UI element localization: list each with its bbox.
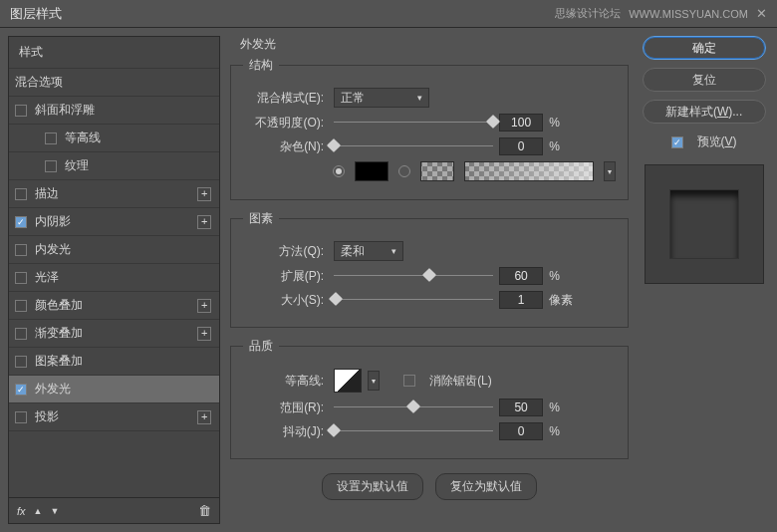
size-input[interactable]: 1 <box>499 291 543 309</box>
layer-style-dialog: 图层样式 思缘设计论坛 WWW.MISSYUAN.COM ✕ 样式 混合选项 斜… <box>0 0 777 532</box>
antialias-checkbox[interactable] <box>403 375 415 387</box>
effect-checkbox[interactable] <box>15 216 27 228</box>
quality-group: 品质 等高线: ▾ 消除锯齿(L) 范围(R): 50 % 抖动(J): <box>230 338 629 459</box>
effect-checkbox[interactable] <box>45 160 57 172</box>
watermark-url: WWW.MISSYUAN.COM <box>629 8 748 20</box>
noise-input[interactable]: 0 <box>499 137 543 155</box>
spread-input[interactable]: 60 <box>499 267 543 285</box>
reset-default-button[interactable]: 复位为默认值 <box>435 473 537 500</box>
preview-checkbox[interactable] <box>671 136 683 148</box>
titlebar-right: 思缘设计论坛 WWW.MISSYUAN.COM ✕ <box>555 6 767 21</box>
sidebar-item-0[interactable]: 斜面和浮雕 <box>9 97 219 125</box>
blend-options[interactable]: 混合选项 <box>9 69 219 97</box>
default-buttons: 设置为默认值 复位为默认值 <box>230 473 629 500</box>
color-radio[interactable] <box>333 165 345 177</box>
effect-checkbox[interactable] <box>15 300 27 312</box>
preview-toggle[interactable]: 预览(V) <box>671 133 737 150</box>
effect-label: 光泽 <box>35 269 59 286</box>
opacity-label: 不透明度(O): <box>243 115 328 132</box>
effect-label: 外发光 <box>35 381 71 398</box>
make-default-button[interactable]: 设置为默认值 <box>322 473 423 500</box>
blend-mode-select[interactable]: 正常 ▾ <box>334 88 429 108</box>
sidebar-item-5[interactable]: 内发光 <box>9 236 219 264</box>
add-effect-icon[interactable]: + <box>197 327 211 341</box>
styles-list: 样式 混合选项 斜面和浮雕等高线纹理描边+内阴影+内发光光泽颜色叠加+渐变叠加+… <box>8 36 220 498</box>
noise-slider[interactable] <box>334 137 493 155</box>
sidebar-item-10[interactable]: 外发光 <box>9 376 219 403</box>
move-down-icon[interactable]: ▼ <box>50 506 59 516</box>
fx-menu[interactable]: fx <box>17 505 26 517</box>
reset-button[interactable]: 复位 <box>643 68 766 92</box>
effect-label: 描边 <box>35 185 59 202</box>
contour-thumbnail[interactable] <box>334 369 362 393</box>
sidebar-item-11[interactable]: 投影+ <box>9 403 219 431</box>
effect-checkbox[interactable] <box>15 356 27 368</box>
contour-picker-icon[interactable]: ▾ <box>368 371 380 391</box>
opacity-input[interactable]: 100 <box>499 114 543 132</box>
effect-title: 外发光 <box>240 36 629 53</box>
sidebar-item-7[interactable]: 颜色叠加+ <box>9 292 219 320</box>
right-panel: 确定 复位 新建样式(W)... 预览(V) <box>639 36 769 524</box>
jitter-slider[interactable] <box>334 422 493 440</box>
effect-label: 内发光 <box>35 241 71 258</box>
effect-checkbox[interactable] <box>15 105 27 117</box>
new-style-button[interactable]: 新建样式(W)... <box>643 100 766 124</box>
sidebar-item-8[interactable]: 渐变叠加+ <box>9 320 219 348</box>
spread-unit: % <box>549 269 577 283</box>
technique-label: 方法(Q): <box>243 243 328 260</box>
technique-select[interactable]: 柔和 ▾ <box>334 241 403 261</box>
add-effect-icon[interactable]: + <box>197 215 211 229</box>
size-unit: 像素 <box>549 292 577 309</box>
add-effect-icon[interactable]: + <box>197 187 211 201</box>
close-icon[interactable]: ✕ <box>756 6 767 21</box>
effect-label: 等高线 <box>65 130 101 146</box>
structure-legend: 结构 <box>243 57 279 74</box>
color-swatch[interactable] <box>355 161 388 181</box>
add-effect-icon[interactable]: + <box>197 410 211 424</box>
spread-label: 扩展(P): <box>243 268 328 285</box>
structure-group: 结构 混合模式(E): 正常 ▾ 不透明度(O): 100 % 杂色(N): <box>230 57 629 200</box>
range-label: 范围(R): <box>243 399 328 416</box>
noise-unit: % <box>549 139 577 153</box>
opacity-slider[interactable] <box>334 114 493 132</box>
size-label: 大小(S): <box>243 292 328 309</box>
range-unit: % <box>549 400 577 414</box>
range-slider[interactable] <box>334 399 493 416</box>
sidebar-item-2[interactable]: 纹理 <box>9 152 219 180</box>
effect-label: 内阴影 <box>35 213 71 230</box>
effect-checkbox[interactable] <box>15 328 27 340</box>
trash-icon[interactable]: 🗑 <box>198 503 211 518</box>
effect-checkbox[interactable] <box>45 133 57 144</box>
preview-box <box>645 164 764 284</box>
styles-header[interactable]: 样式 <box>9 37 219 69</box>
ok-button[interactable]: 确定 <box>643 36 766 60</box>
effect-checkbox[interactable] <box>15 272 27 284</box>
titlebar: 图层样式 思缘设计论坛 WWW.MISSYUAN.COM ✕ <box>0 0 777 28</box>
jitter-unit: % <box>549 424 577 438</box>
add-effect-icon[interactable]: + <box>197 299 211 313</box>
sidebar-footer: fx ▲ ▼ 🗑 <box>8 498 220 524</box>
sidebar-item-6[interactable]: 光泽 <box>9 264 219 292</box>
gradient-swatch[interactable] <box>420 161 454 181</box>
effect-checkbox[interactable] <box>15 244 27 256</box>
effect-checkbox[interactable] <box>15 384 27 396</box>
elements-group: 图素 方法(Q): 柔和 ▾ 扩展(P): 60 % 大小(S): <box>230 210 629 328</box>
opacity-unit: % <box>549 116 577 130</box>
effect-checkbox[interactable] <box>15 411 27 423</box>
effect-checkbox[interactable] <box>15 188 27 200</box>
sidebar-item-4[interactable]: 内阴影+ <box>9 208 219 236</box>
gradient-bar[interactable] <box>464 161 594 181</box>
jitter-input[interactable]: 0 <box>499 422 543 440</box>
range-input[interactable]: 50 <box>499 399 543 416</box>
gradient-radio[interactable] <box>398 165 410 177</box>
spread-slider[interactable] <box>334 267 493 285</box>
sidebar-item-1[interactable]: 等高线 <box>9 125 219 152</box>
sidebar-item-9[interactable]: 图案叠加 <box>9 348 219 376</box>
gradient-picker-icon[interactable]: ▾ <box>604 161 616 181</box>
quality-legend: 品质 <box>243 338 279 355</box>
sidebar-item-3[interactable]: 描边+ <box>9 180 219 208</box>
effect-label: 图案叠加 <box>35 353 83 370</box>
size-slider[interactable] <box>334 291 493 309</box>
jitter-label: 抖动(J): <box>243 423 328 440</box>
move-up-icon[interactable]: ▲ <box>34 506 43 516</box>
